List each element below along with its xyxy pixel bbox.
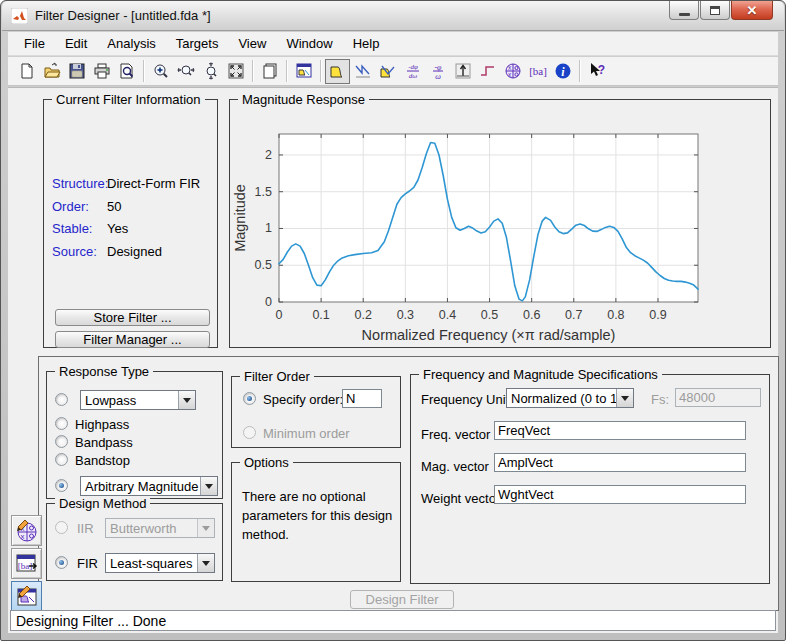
client-area: Current Filter Information Structure: Di… bbox=[8, 87, 778, 633]
magnitude-response-icon[interactable] bbox=[325, 59, 350, 84]
frequency-units-label: Frequency Units bbox=[421, 392, 516, 407]
svg-text:0.2: 0.2 bbox=[355, 308, 372, 322]
sidebar-design-filter-button[interactable] bbox=[11, 581, 42, 612]
svg-text:0.5: 0.5 bbox=[481, 308, 498, 322]
order-value: 50 bbox=[107, 199, 121, 214]
save-session-icon[interactable] bbox=[64, 59, 89, 84]
filter-information-icon[interactable]: i bbox=[550, 59, 575, 84]
step-response-icon[interactable] bbox=[475, 59, 500, 84]
toolbar-separator bbox=[286, 60, 287, 82]
iir-method-combo[interactable]: Butterworth bbox=[105, 518, 215, 538]
fir-label: FIR bbox=[77, 556, 98, 571]
magnitude-and-phase-response-icon[interactable] bbox=[375, 59, 400, 84]
fir-method-combo[interactable]: Least-squares bbox=[105, 553, 215, 573]
options-text: There are no optional parameters for thi… bbox=[242, 487, 394, 544]
filter-manager-button[interactable]: Filter Manager ... bbox=[55, 331, 210, 348]
zoom-in-icon[interactable] bbox=[148, 59, 173, 84]
filter-specifications-icon[interactable] bbox=[291, 59, 316, 84]
design-filter-button[interactable]: Design Filter bbox=[350, 590, 454, 609]
close-icon: ✕ bbox=[747, 3, 758, 18]
new-filter-icon[interactable] bbox=[14, 59, 39, 84]
filter-designer-window: Filter Designer - [untitled.fda *] ✕ Fil… bbox=[0, 0, 786, 641]
zoom-x-icon[interactable] bbox=[173, 59, 198, 84]
frequency-units-combo-arrow[interactable] bbox=[616, 389, 633, 407]
phase-response-icon[interactable] bbox=[350, 59, 375, 84]
menu-analysis[interactable]: Analysis bbox=[97, 33, 165, 54]
print-preview-icon[interactable] bbox=[114, 59, 139, 84]
mag-vector-input[interactable] bbox=[494, 453, 746, 472]
phase-delay-response-icon[interactable]: -φω bbox=[425, 59, 450, 84]
filter-coefficients-icon[interactable]: [ba] bbox=[525, 59, 550, 84]
title-bar[interactable]: Filter Designer - [untitled.fda *] ✕ bbox=[2, 1, 784, 31]
arbitrary-magnitude-combo-arrow[interactable] bbox=[200, 477, 217, 495]
bandpass-radio[interactable] bbox=[55, 435, 68, 448]
svg-text:Normalized Frequency (×π rad/: Normalized Frequency (×π rad/sample) bbox=[362, 327, 616, 343]
design-method-panel: Design Method IIR Butterworth FIR Least-… bbox=[46, 503, 223, 581]
weight-vector-input[interactable] bbox=[494, 485, 746, 504]
svg-text:0.8: 0.8 bbox=[607, 308, 624, 322]
arbitrary-magnitude-combo-value: Arbitrary Magnitude bbox=[81, 477, 200, 495]
svg-text:1.5: 1.5 bbox=[255, 185, 272, 199]
options-title: Options bbox=[240, 455, 293, 470]
menu-file[interactable]: File bbox=[14, 33, 55, 54]
menu-edit[interactable]: Edit bbox=[55, 33, 97, 54]
sidebar-import-filter-button[interactable]: [ba] bbox=[11, 548, 42, 579]
menu-view[interactable]: View bbox=[228, 33, 276, 54]
fir-method-combo-value: Least-squares bbox=[106, 554, 197, 572]
order-label: Order: bbox=[52, 199, 89, 214]
toolbar-separator bbox=[143, 60, 144, 82]
bandstop-label: Bandstop bbox=[75, 453, 130, 468]
structure-label: Structure: bbox=[52, 176, 108, 191]
magnitude-response-chart: 00.10.20.30.40.50.60.70.80.900.511.52Nor… bbox=[230, 100, 770, 347]
current-filter-info-title: Current Filter Information bbox=[52, 92, 205, 107]
whats-this-help-icon[interactable]: ? bbox=[584, 59, 609, 84]
print-to-figure-icon[interactable] bbox=[257, 59, 282, 84]
fir-method-combo-arrow[interactable] bbox=[197, 554, 214, 572]
store-filter-button[interactable]: Store Filter ... bbox=[55, 309, 210, 326]
svg-text:ω: ω bbox=[435, 72, 441, 81]
iir-method-combo-arrow bbox=[197, 519, 214, 537]
arbitrary-magnitude-combo[interactable]: Arbitrary Magnitude bbox=[80, 476, 218, 496]
freq-mag-specs-title: Frequency and Magnitude Specifications bbox=[419, 367, 662, 382]
zoom-y-icon[interactable] bbox=[198, 59, 223, 84]
arbitrary-magnitude-radio[interactable] bbox=[55, 479, 68, 492]
full-view-icon[interactable] bbox=[223, 59, 248, 84]
svg-text:?: ? bbox=[597, 63, 604, 77]
bandstop-radio[interactable] bbox=[55, 453, 68, 466]
toolbar-separator bbox=[252, 60, 253, 82]
minimize-icon bbox=[679, 13, 690, 16]
sidebar-pole-zero-editor-button[interactable]: x x bbox=[11, 515, 42, 546]
pole-zero-editor-icon: x x bbox=[15, 519, 39, 543]
menu-targets[interactable]: Targets bbox=[166, 33, 229, 54]
response-type-panel: Response Type Lowpass Highpass Bandpass … bbox=[46, 371, 223, 499]
lowpass-radio[interactable] bbox=[55, 393, 68, 406]
lowpass-combo[interactable]: Lowpass bbox=[80, 390, 196, 410]
menu-window[interactable]: Window bbox=[276, 33, 342, 54]
close-button[interactable]: ✕ bbox=[731, 1, 773, 20]
frequency-units-combo[interactable]: Normalized (0 to 1) bbox=[506, 388, 634, 408]
open-session-icon[interactable] bbox=[39, 59, 64, 84]
specify-order-radio[interactable] bbox=[243, 392, 256, 405]
menu-help[interactable]: Help bbox=[343, 33, 390, 54]
frequency-units-combo-value: Normalized (0 to 1) bbox=[507, 389, 616, 407]
highpass-radio[interactable] bbox=[55, 417, 68, 430]
specify-order-input[interactable] bbox=[342, 389, 382, 408]
freq-vector-input[interactable] bbox=[494, 421, 746, 440]
svg-text:0.1: 0.1 bbox=[312, 308, 329, 322]
impulse-response-icon[interactable] bbox=[450, 59, 475, 84]
fir-radio[interactable] bbox=[55, 556, 68, 569]
response-type-title: Response Type bbox=[55, 364, 153, 379]
minimum-order-radio[interactable] bbox=[243, 426, 256, 439]
iir-radio[interactable] bbox=[55, 521, 68, 534]
svg-text:[ba]: [ba] bbox=[529, 65, 547, 77]
filter-order-title: Filter Order bbox=[240, 369, 314, 384]
svg-text:0.3: 0.3 bbox=[397, 308, 414, 322]
lowpass-combo-arrow[interactable] bbox=[178, 391, 195, 409]
maximize-button[interactable] bbox=[700, 1, 730, 20]
group-delay-response-icon[interactable]: -dφdω bbox=[400, 59, 425, 84]
print-icon[interactable] bbox=[89, 59, 114, 84]
pole-zero-plot-icon[interactable]: xx bbox=[500, 59, 525, 84]
minimize-button[interactable] bbox=[669, 1, 699, 20]
mag-vector-label: Mag. vector bbox=[421, 459, 489, 474]
fs-input[interactable] bbox=[675, 388, 761, 407]
